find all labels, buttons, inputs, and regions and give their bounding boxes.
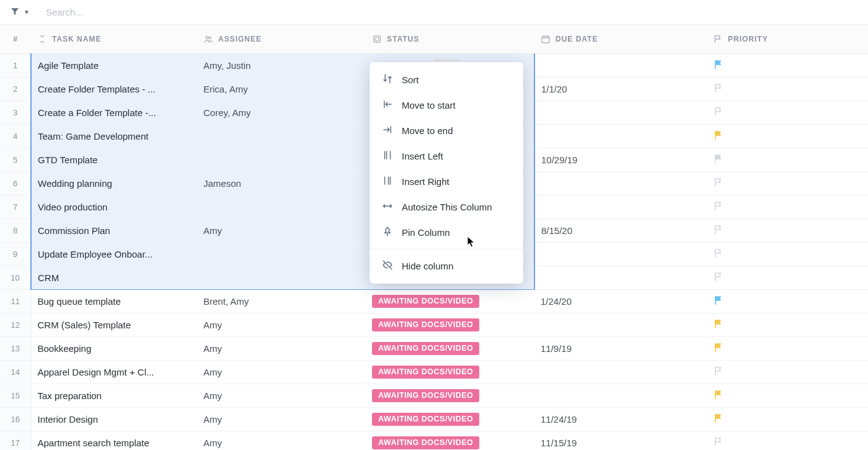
assignee-cell[interactable]: Corey, Amy xyxy=(197,101,366,124)
assignee-cell[interactable]: Amy, Justin xyxy=(197,53,366,77)
due-date-cell[interactable] xyxy=(534,101,707,124)
status-cell[interactable]: AWAITING DOCS/VIDEO xyxy=(366,407,534,431)
task-name-cell[interactable]: Create a Folder Template -... xyxy=(31,101,197,124)
ctx-item-move-start[interactable]: Move to start xyxy=(370,92,523,118)
due-date-cell[interactable]: 1/24/20 xyxy=(534,289,707,313)
table-row[interactable]: 17 Apartment search template Amy AWAITIN… xyxy=(0,431,868,450)
due-date-cell[interactable]: 10/29/19 xyxy=(534,148,707,171)
ctx-item-insert-left[interactable]: Insert Left xyxy=(370,143,523,169)
status-cell[interactable]: AWAITING DOCS/VIDEO xyxy=(366,431,534,450)
priority-cell[interactable] xyxy=(707,242,868,266)
assignee-cell[interactable] xyxy=(197,124,366,148)
status-pill[interactable]: AWAITING DOCS/VIDEO xyxy=(372,389,479,402)
priority-cell[interactable] xyxy=(707,53,868,77)
due-date-cell[interactable] xyxy=(534,195,707,218)
status-pill[interactable]: AWAITING DOCS/VIDEO xyxy=(372,413,479,426)
priority-cell[interactable] xyxy=(707,218,868,242)
search-input[interactable] xyxy=(42,4,166,20)
header-priority[interactable]: PRIORITY xyxy=(707,25,868,53)
priority-cell[interactable] xyxy=(707,195,868,218)
ctx-item-move-end[interactable]: Move to end xyxy=(370,118,523,143)
task-name-cell[interactable]: Bookkeeping xyxy=(31,336,197,360)
task-name-cell[interactable]: Interior Design xyxy=(31,407,197,431)
due-date-cell[interactable]: 1/1/20 xyxy=(534,77,707,101)
ctx-item-pin[interactable]: Pin Column xyxy=(370,220,523,245)
priority-cell[interactable] xyxy=(707,77,868,101)
assignee-cell[interactable] xyxy=(197,266,366,289)
table-row[interactable]: 12 CRM (Sales) Template Amy AWAITING DOC… xyxy=(0,313,868,336)
assignee-cell[interactable] xyxy=(197,148,366,171)
status-pill[interactable]: AWAITING DOCS/VIDEO xyxy=(372,436,479,449)
priority-cell[interactable] xyxy=(707,124,868,148)
task-name-cell[interactable]: CRM xyxy=(31,266,197,289)
priority-cell[interactable] xyxy=(707,266,868,289)
filter-icon[interactable] xyxy=(10,6,20,18)
priority-cell[interactable] xyxy=(707,360,868,384)
table-row[interactable]: 16 Interior Design Amy AWAITING DOCS/VID… xyxy=(0,407,868,431)
task-name-cell[interactable]: Create Folder Templates - ... xyxy=(31,77,197,101)
due-date-cell[interactable]: 11/9/19 xyxy=(534,336,707,360)
task-name-cell[interactable]: Agile Template xyxy=(31,53,197,77)
priority-cell[interactable] xyxy=(707,407,868,431)
table-row[interactable]: 15 Tax preparation Amy AWAITING DOCS/VID… xyxy=(0,384,868,407)
task-name-cell[interactable]: Wedding planning xyxy=(31,171,197,195)
task-name-cell[interactable]: Bug queue template xyxy=(31,289,197,313)
task-name-cell[interactable]: Update Employee Onboar... xyxy=(31,242,197,266)
table-row[interactable]: 13 Bookkeeping Amy AWAITING DOCS/VIDEO 1… xyxy=(0,336,868,360)
due-date-cell[interactable]: 11/15/19 xyxy=(534,431,707,450)
assignee-cell[interactable]: Amy xyxy=(197,336,366,360)
ctx-item-sort[interactable]: Sort xyxy=(370,67,523,92)
due-date-cell[interactable] xyxy=(534,360,707,384)
status-cell[interactable]: AWAITING DOCS/VIDEO xyxy=(366,289,534,313)
table-row[interactable]: 11 Bug queue template Brent, Amy AWAITIN… xyxy=(0,289,868,313)
due-date-cell[interactable] xyxy=(534,171,707,195)
priority-cell[interactable] xyxy=(707,336,868,360)
due-date-cell[interactable] xyxy=(534,313,707,336)
header-assignee[interactable]: ASSIGNEE xyxy=(197,25,366,53)
task-name-cell[interactable]: Apartment search template xyxy=(31,431,197,450)
task-name-cell[interactable]: Commission Plan xyxy=(31,218,197,242)
status-pill[interactable]: AWAITING DOCS/VIDEO xyxy=(372,295,479,308)
ctx-item-autosize[interactable]: Autosize This Column xyxy=(370,194,523,220)
assignee-cell[interactable] xyxy=(197,195,366,218)
header-number[interactable]: # xyxy=(0,25,31,53)
task-name-cell[interactable]: Apparel Design Mgmt + Cl... xyxy=(31,360,197,384)
priority-cell[interactable] xyxy=(707,384,868,407)
status-cell[interactable]: AWAITING DOCS/VIDEO xyxy=(366,313,534,336)
priority-cell[interactable] xyxy=(707,171,868,195)
status-cell[interactable]: AWAITING DOCS/VIDEO xyxy=(366,336,534,360)
header-due[interactable]: DUE DATE xyxy=(534,25,707,53)
task-name-cell[interactable]: Team: Game Development xyxy=(31,124,197,148)
task-name-cell[interactable]: Video production xyxy=(31,195,197,218)
due-date-cell[interactable] xyxy=(534,53,707,77)
task-name-cell[interactable]: Tax preparation xyxy=(31,384,197,407)
status-pill[interactable]: AWAITING DOCS/VIDEO xyxy=(372,366,479,379)
assignee-cell[interactable]: Jameson xyxy=(197,171,366,195)
assignee-cell[interactable]: Amy xyxy=(197,218,366,242)
table-row[interactable]: 14 Apparel Design Mgmt + Cl... Amy AWAIT… xyxy=(0,360,868,384)
task-name-cell[interactable]: GTD Template xyxy=(31,148,197,171)
drag-handle[interactable] xyxy=(434,60,459,62)
assignee-cell[interactable] xyxy=(197,242,366,266)
assignee-cell[interactable]: Amy xyxy=(197,384,366,407)
due-date-cell[interactable] xyxy=(534,124,707,148)
task-name-cell[interactable]: CRM (Sales) Template xyxy=(31,313,197,336)
priority-cell[interactable] xyxy=(707,431,868,450)
status-cell[interactable]: AWAITING DOCS/VIDEO xyxy=(366,360,534,384)
header-task[interactable]: TASK NAME xyxy=(31,25,197,53)
assignee-cell[interactable]: Amy xyxy=(197,407,366,431)
priority-cell[interactable] xyxy=(707,289,868,313)
due-date-cell[interactable] xyxy=(534,266,707,289)
header-status[interactable]: STATUS xyxy=(366,25,534,53)
status-pill[interactable]: AWAITING DOCS/VIDEO xyxy=(372,318,479,331)
status-pill[interactable]: AWAITING DOCS/VIDEO xyxy=(372,342,479,355)
due-date-cell[interactable] xyxy=(534,242,707,266)
priority-cell[interactable] xyxy=(707,148,868,171)
priority-cell[interactable] xyxy=(707,101,868,124)
due-date-cell[interactable]: 8/15/20 xyxy=(534,218,707,242)
assignee-cell[interactable]: Amy xyxy=(197,431,366,450)
priority-cell[interactable] xyxy=(707,313,868,336)
due-date-cell[interactable] xyxy=(534,384,707,407)
filter-dropdown-caret[interactable]: ▼ xyxy=(24,9,30,16)
assignee-cell[interactable]: Amy xyxy=(197,360,366,384)
